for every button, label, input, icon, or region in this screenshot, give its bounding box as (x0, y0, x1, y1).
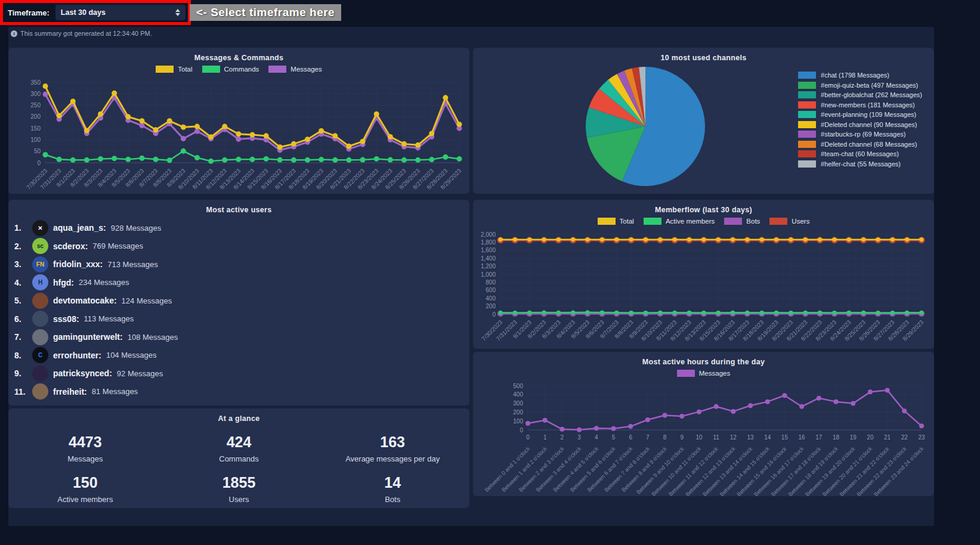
user-message-count: 104 Messages (106, 351, 157, 360)
stat-value: 1855 (162, 474, 316, 491)
pie-legend-item[interactable]: #better-globalchat (262 Messages) (798, 91, 922, 98)
stat-value: 424 (162, 433, 316, 451)
legend-item[interactable]: Users (769, 218, 809, 225)
svg-text:13: 13 (747, 434, 754, 441)
svg-text:7: 7 (646, 434, 650, 441)
legend-item[interactable]: Commands (202, 66, 259, 73)
svg-text:9: 9 (680, 434, 684, 441)
user-message-count: 234 Messages (79, 278, 129, 287)
svg-text:0: 0 (492, 311, 496, 318)
user-name: scderox: (53, 241, 88, 251)
pie-legend-label: #team-chat (60 Messages) (821, 150, 899, 157)
user-rank: 7. (14, 332, 27, 342)
pie-legend-label: #new-members (181 Messages) (821, 101, 915, 109)
user-rank: 9. (14, 369, 27, 378)
legend-item[interactable]: Messages (268, 66, 321, 73)
summary-generated-note: i This summary got generated at 12:34:40… (11, 30, 152, 37)
at-a-glance-grid: 4473Messages424Commands163Average messag… (8, 429, 469, 508)
pie-legend-swatch (798, 141, 816, 148)
pie-legend-label: #starbucks-rp (69 Messages) (821, 131, 905, 138)
svg-text:20: 20 (867, 434, 874, 441)
stat-label: Users (162, 495, 316, 504)
legend-item[interactable]: Total (598, 218, 634, 225)
svg-text:0: 0 (520, 427, 523, 433)
pie-legend-item[interactable]: #chat (1798 Messages) (798, 72, 922, 79)
pie-legend-label: #chat (1798 Messages) (821, 72, 889, 79)
svg-text:14: 14 (764, 434, 771, 441)
pie-legend-item[interactable]: #Deleted channel (68 Messages) (798, 141, 922, 148)
svg-text:400: 400 (513, 391, 523, 398)
channels-pie-legend: #chat (1798 Messages)#emoji-quiz-beta (4… (798, 72, 922, 168)
user-name: gamingunterwelt: (53, 332, 123, 342)
svg-text:1,400: 1,400 (481, 255, 496, 262)
chart-title-messages-commands: Messages & Commands (8, 54, 469, 62)
user-row: 1.✕aqua_jean_s:928 Messages (14, 219, 463, 237)
user-message-count: 928 Messages (111, 224, 162, 233)
panel-at-a-glance: At a glance 4473Messages424Commands163Av… (8, 408, 469, 508)
svg-text:18: 18 (833, 434, 840, 441)
legend-swatch (598, 218, 616, 225)
svg-text:1: 1 (543, 434, 547, 441)
stat-value: 150 (8, 474, 162, 491)
stat-label: Bots (316, 495, 469, 504)
pie-legend-item[interactable]: #emoji-quiz-beta (497 Messages) (798, 82, 922, 89)
legend-item[interactable]: Messages (677, 370, 730, 377)
svg-text:2,000: 2,000 (481, 231, 496, 238)
chart-title-active-hours: Most active hours during the day (473, 358, 934, 366)
user-name: patricksynced: (53, 369, 112, 378)
pie-legend-item[interactable]: #team-chat (60 Messages) (798, 150, 922, 157)
pie-legend-swatch (798, 111, 816, 118)
user-row: 5.devtomatocake:124 Messages (14, 292, 463, 310)
legend-item[interactable]: Total (156, 66, 192, 73)
user-row: 11.frreiheit:81 Messages (14, 383, 463, 401)
pie-legend-swatch (798, 91, 816, 98)
user-rank: 11. (14, 387, 27, 397)
user-row: 3.FNfridolin_xxx:713 Messages (14, 255, 463, 274)
svg-text:3: 3 (577, 434, 581, 441)
user-message-count: 124 Messages (122, 296, 172, 305)
user-name: frreiheit: (53, 387, 87, 397)
timeframe-annotation-box: Timeframe: Last 30 days (0, 0, 191, 25)
stat-label: Active members (8, 495, 162, 504)
legend-label: Bots (746, 218, 760, 225)
user-message-count: 108 Messages (128, 333, 178, 342)
stat-value: 4473 (8, 433, 162, 451)
pie-legend-item[interactable]: #new-members (181 Messages) (798, 101, 922, 109)
legend-item[interactable]: Bots (724, 218, 760, 225)
user-name: fridolin_xxx: (53, 259, 103, 269)
svg-text:400: 400 (486, 295, 496, 302)
svg-text:1,600: 1,600 (481, 247, 496, 253)
svg-text:100: 100 (30, 137, 41, 143)
user-name: sss08: (53, 314, 79, 324)
panel-memberflow: Memberflow (last 30 days) TotalActive me… (473, 200, 934, 349)
user-message-count: 713 Messages (107, 260, 158, 269)
legend-label: Messages (699, 370, 730, 377)
pie-legend-item[interactable]: #starbucks-rp (69 Messages) (798, 131, 922, 138)
svg-text:500: 500 (513, 383, 523, 389)
chart-title-memberflow: Memberflow (last 30 days) (473, 206, 934, 214)
user-row: 4.Hhfgd:234 Messages (14, 274, 463, 292)
user-avatar (32, 293, 48, 309)
pie-legend-swatch (798, 131, 816, 138)
legend-label: Total (178, 66, 192, 73)
stat-cell: 163Average messages per day (316, 429, 469, 469)
pie-legend-swatch (798, 160, 816, 168)
svg-text:0: 0 (526, 434, 530, 441)
svg-text:250: 250 (30, 102, 41, 109)
timeframe-select[interactable]: Last 30 days (55, 5, 186, 20)
svg-text:100: 100 (513, 418, 523, 425)
user-rank: 3. (14, 259, 27, 269)
user-name: hfgd: (53, 278, 74, 287)
pie-legend-item[interactable]: #Deleted channel (90 Messages) (798, 121, 922, 128)
user-row: 8.Cerrorhunter:104 Messages (14, 346, 463, 365)
pie-legend-item[interactable]: #event-planning (109 Messages) (798, 111, 922, 118)
stat-cell: 150Active members (8, 469, 162, 508)
pie-legend-item[interactable]: #helfer-chat (55 Messages) (798, 160, 922, 168)
user-avatar (32, 383, 48, 400)
legend-item[interactable]: Active members (644, 218, 715, 225)
panel-most-active-hours: Most active hours during the day Message… (473, 352, 934, 496)
user-row: 6.sss08:113 Messages (14, 310, 463, 329)
svg-text:0: 0 (37, 160, 41, 166)
pie-legend-label: #event-planning (109 Messages) (821, 111, 916, 118)
svg-text:12: 12 (730, 434, 737, 441)
